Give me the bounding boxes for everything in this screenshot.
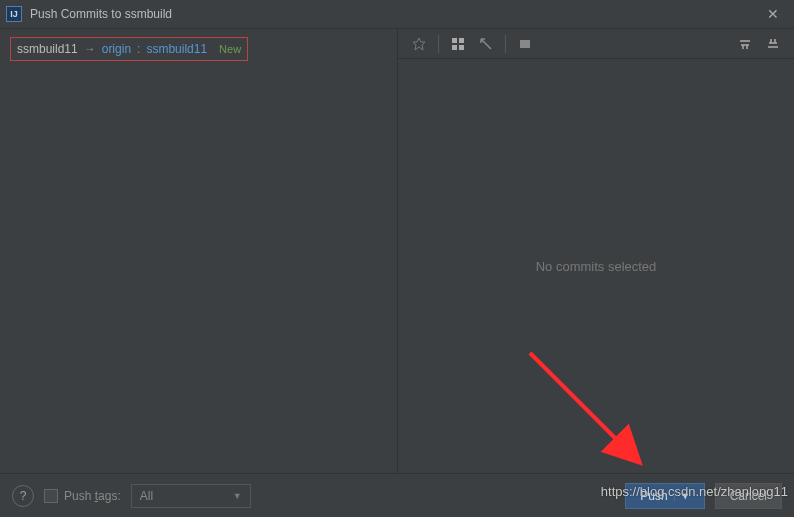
- pin-icon[interactable]: [408, 33, 430, 55]
- help-button[interactable]: ?: [12, 485, 34, 507]
- push-dropdown-arrow-icon[interactable]: ▼: [674, 491, 690, 501]
- title-bar: IJ Push Commits to ssmbuild ✕: [0, 0, 794, 28]
- app-icon: IJ: [6, 6, 22, 22]
- colon: :: [137, 42, 140, 56]
- separator: [438, 35, 439, 53]
- svg-rect-3: [459, 45, 464, 50]
- local-branch-name: ssmbuild11: [17, 42, 78, 56]
- svg-rect-2: [452, 45, 457, 50]
- preview-diff-icon[interactable]: [514, 33, 536, 55]
- branch-mapping-row[interactable]: ssmbuild11 → origin : ssmbuild11 New: [10, 37, 248, 61]
- cancel-button[interactable]: Cancel: [715, 483, 782, 509]
- cancel-button-label: Cancel: [730, 489, 767, 503]
- empty-state: No commits selected: [398, 59, 794, 473]
- svg-rect-4: [520, 40, 530, 48]
- collapse-all-icon[interactable]: [734, 33, 756, 55]
- push-tags-label: Push tags:: [64, 489, 121, 503]
- empty-state-text: No commits selected: [536, 259, 657, 274]
- remote-branch-name[interactable]: ssmbuild11: [146, 42, 207, 56]
- checkbox-icon[interactable]: [44, 489, 58, 503]
- push-button-label: Push: [640, 489, 667, 503]
- expand-all-icon[interactable]: [762, 33, 784, 55]
- arrow-icon: →: [84, 42, 96, 56]
- push-button[interactable]: Push ▼: [625, 483, 704, 509]
- diff-toolbar: [398, 29, 794, 59]
- main-content: ssmbuild11 → origin : ssmbuild11 New: [0, 28, 794, 473]
- close-icon[interactable]: ✕: [758, 4, 788, 24]
- combo-value: All: [140, 489, 153, 503]
- remote-name[interactable]: origin: [102, 42, 131, 56]
- commits-tree-pane: ssmbuild11 → origin : ssmbuild11 New: [0, 29, 398, 473]
- svg-rect-1: [459, 38, 464, 43]
- separator: [505, 35, 506, 53]
- push-tags-combo[interactable]: All ▼: [131, 484, 251, 508]
- group-by-icon[interactable]: [447, 33, 469, 55]
- bottom-bar: ? Push tags: All ▼ Push ▼ Cancel: [0, 473, 794, 517]
- diff-pane: No commits selected: [398, 29, 794, 473]
- new-branch-badge: New: [219, 43, 241, 55]
- expand-icon[interactable]: [475, 33, 497, 55]
- window-title: Push Commits to ssmbuild: [30, 7, 758, 21]
- chevron-down-icon: ▼: [233, 491, 242, 501]
- svg-rect-0: [452, 38, 457, 43]
- push-tags-checkbox[interactable]: Push tags:: [44, 489, 121, 503]
